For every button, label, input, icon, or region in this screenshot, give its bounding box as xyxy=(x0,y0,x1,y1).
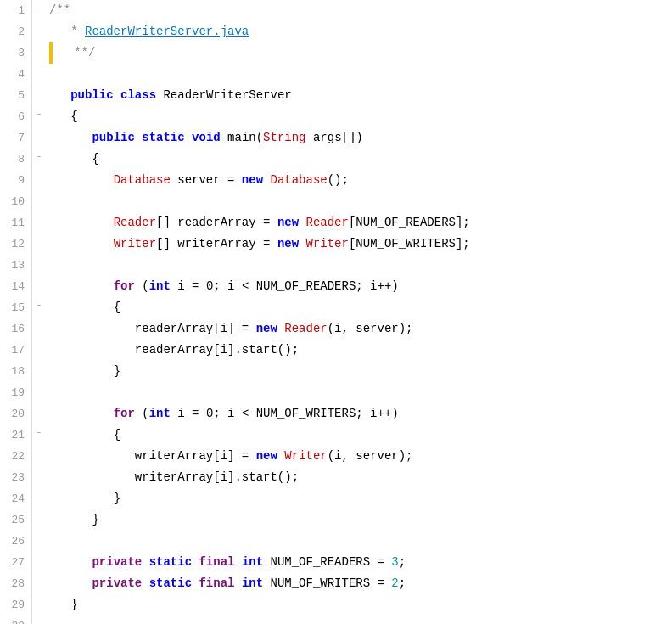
ln-28: 28 xyxy=(7,573,25,594)
code-line-1: /** xyxy=(49,0,672,21)
ln-23: 23 xyxy=(7,467,25,488)
fold-8[interactable]: ⁻ xyxy=(32,149,46,170)
code-line-11: Reader[] readerArray = new Reader[NUM_OF… xyxy=(49,212,672,233)
ln-10: 10 xyxy=(7,191,25,212)
fold-4 xyxy=(32,64,46,85)
ln-11: 11 xyxy=(7,212,25,233)
ln-30: 30 xyxy=(7,616,25,624)
fold-24 xyxy=(32,488,46,509)
fold-29 xyxy=(32,594,46,616)
code-area: /** * ReaderWriterServer.java **/ public… xyxy=(46,0,672,624)
line-numbers: 1 2 3 4 5 6 7 8 9 10 11 12 13 14 15 16 1… xyxy=(0,0,32,624)
ln-26: 26 xyxy=(7,531,25,552)
code-line-28: private static final int NUM_OF_WRITERS … xyxy=(49,573,672,594)
fold-3 xyxy=(32,42,46,64)
code-line-14: for (int i = 0; i < NUM_OF_READERS; i++) xyxy=(49,276,672,297)
code-line-17: readerArray[i].start(); xyxy=(49,340,672,361)
code-line-19 xyxy=(49,382,672,403)
ln-1: 1 xyxy=(7,0,25,21)
code-line-10 xyxy=(49,191,672,212)
code-line-20: for (int i = 0; i < NUM_OF_WRITERS; i++) xyxy=(49,403,672,424)
code-line-27: private static final int NUM_OF_READERS … xyxy=(49,552,672,573)
fold-16 xyxy=(32,318,46,340)
fold-25 xyxy=(32,509,46,531)
code-line-26 xyxy=(49,531,672,552)
fold-20 xyxy=(32,403,46,424)
ln-22: 22 xyxy=(7,446,25,467)
code-line-2: * ReaderWriterServer.java xyxy=(49,21,672,42)
ln-5: 5 xyxy=(7,85,25,106)
ln-12: 12 xyxy=(7,233,25,255)
code-line-23: writerArray[i].start(); xyxy=(49,467,672,488)
fold-1[interactable]: ⁻ xyxy=(32,0,46,21)
fold-13 xyxy=(32,255,46,276)
ln-9: 9 xyxy=(7,170,25,191)
code-line-22: writerArray[i] = new Writer(i, server); xyxy=(49,446,672,467)
code-line-25: } xyxy=(49,509,672,531)
fold-6[interactable]: ⁻ xyxy=(32,106,46,127)
ln-17: 17 xyxy=(7,340,25,361)
code-line-9: Database server = new Database(); xyxy=(49,170,672,191)
ln-20: 20 xyxy=(7,403,25,424)
code-line-7: public static void main(String args[]) xyxy=(49,127,672,149)
fold-19 xyxy=(32,382,46,403)
code-line-21: { xyxy=(49,424,672,446)
ln-25: 25 xyxy=(7,509,25,531)
code-line-12: Writer[] writerArray = new Writer[NUM_OF… xyxy=(49,233,672,255)
code-line-8: { xyxy=(49,149,672,170)
code-line-6: { xyxy=(49,106,672,127)
fold-11 xyxy=(32,212,46,233)
fold-22 xyxy=(32,446,46,467)
ln-14: 14 xyxy=(7,276,25,297)
fold-17 xyxy=(32,340,46,361)
fold-12 xyxy=(32,233,46,255)
fold-23 xyxy=(32,467,46,488)
fold-28 xyxy=(32,573,46,594)
fold-26 xyxy=(32,531,46,552)
code-line-29: } xyxy=(49,594,672,616)
code-line-3: **/ xyxy=(49,42,672,64)
code-line-13 xyxy=(49,255,672,276)
ln-3: 3 xyxy=(7,42,25,64)
code-line-15: { xyxy=(49,297,672,318)
ln-8: 8 xyxy=(7,149,25,170)
ln-29: 29 xyxy=(7,594,25,616)
fold-10 xyxy=(32,191,46,212)
code-line-16: readerArray[i] = new Reader(i, server); xyxy=(49,318,672,340)
ln-16: 16 xyxy=(7,318,25,340)
ln-24: 24 xyxy=(7,488,25,509)
ln-21: 21 xyxy=(7,424,25,446)
fold-9 xyxy=(32,170,46,191)
fold-30 xyxy=(32,616,46,624)
code-line-30 xyxy=(49,616,672,624)
ln-19: 19 xyxy=(7,382,25,403)
fold-2 xyxy=(32,21,46,42)
ln-4: 4 xyxy=(7,64,25,85)
ln-18: 18 xyxy=(7,361,25,382)
code-editor: 1 2 3 4 5 6 7 8 9 10 11 12 13 14 15 16 1… xyxy=(0,0,672,624)
fold-7 xyxy=(32,127,46,149)
ln-27: 27 xyxy=(7,552,25,573)
fold-15[interactable]: ⁻ xyxy=(32,297,46,318)
fold-14 xyxy=(32,276,46,297)
code-line-24: } xyxy=(49,488,672,509)
ln-2: 2 xyxy=(7,21,25,42)
ln-6: 6 xyxy=(7,106,25,127)
code-line-18: } xyxy=(49,361,672,382)
fold-gutter: ⁻ ⁻ ⁻ ⁻ ⁻ xyxy=(32,0,46,624)
code-line-5: public class ReaderWriterServer xyxy=(49,85,672,106)
ln-15: 15 xyxy=(7,297,25,318)
code-line-4 xyxy=(49,64,672,85)
fold-5 xyxy=(32,85,46,106)
fold-21[interactable]: ⁻ xyxy=(32,424,46,446)
ln-7: 7 xyxy=(7,127,25,149)
fold-18 xyxy=(32,361,46,382)
ln-13: 13 xyxy=(7,255,25,276)
fold-27 xyxy=(32,552,46,573)
